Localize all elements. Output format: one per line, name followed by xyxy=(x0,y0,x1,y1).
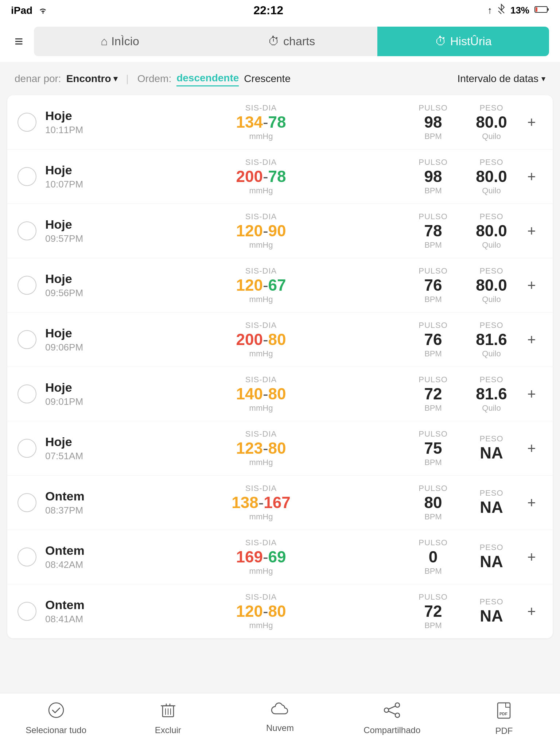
row-day-0: Hoje xyxy=(45,109,118,123)
tab-historia[interactable]: ⏱ HistÛria xyxy=(377,27,549,56)
pulso-label-7: PULSO xyxy=(404,484,462,493)
row-bp-unit-9: mmHg xyxy=(118,621,404,630)
row-bp-0: SIS-DIA 134-78 mmHg xyxy=(118,103,404,141)
row-checkbox-3[interactable] xyxy=(18,276,36,295)
row-day-9: Ontem xyxy=(45,598,118,612)
tab-inicio[interactable]: ⌂ InÌcio xyxy=(34,27,206,56)
peso-value-0: 80.0 xyxy=(462,114,521,130)
row-time-7: 08:37PM xyxy=(45,505,118,516)
row-bp-value-6: 123-80 xyxy=(118,440,404,456)
pulso-label-9: PULSO xyxy=(404,592,462,602)
row-add-button-0[interactable]: + xyxy=(521,114,542,131)
share-icon xyxy=(384,702,400,721)
row-checkbox-9[interactable] xyxy=(18,602,36,621)
date-range-filter[interactable]: Intervalo de datas ▾ xyxy=(457,73,545,85)
row-checkbox-8[interactable] xyxy=(18,547,36,566)
row-pulse-5: PULSO 72 BPM xyxy=(404,375,462,413)
pulso-value-5: 72 xyxy=(404,386,462,402)
bottom-select-all[interactable]: Selecionar tudo xyxy=(0,702,112,736)
row-checkbox-4[interactable] xyxy=(18,330,36,349)
peso-value-7: NA xyxy=(462,499,521,515)
svg-text:PDF: PDF xyxy=(499,712,508,716)
row-add-button-7[interactable]: + xyxy=(521,495,542,511)
row-weight-9: PESO NA xyxy=(462,597,521,626)
row-add-button-3[interactable]: + xyxy=(521,277,542,294)
row-checkbox-7[interactable] xyxy=(18,493,36,512)
table-row: Hoje 09:57PM SIS-DIA 120-90 mmHg PULSO 7… xyxy=(7,204,553,258)
row-add-button-4[interactable]: + xyxy=(521,332,542,348)
row-add-button-6[interactable]: + xyxy=(521,440,542,457)
table-row: Hoje 09:01PM SIS-DIA 140-80 mmHg PULSO 7… xyxy=(7,367,553,421)
row-bp-label-0: SIS-DIA xyxy=(118,103,404,113)
nav-bar: ≡ ⌂ InÌcio ⏱ charts ⏱ HistÛria xyxy=(0,21,560,62)
row-checkbox-5[interactable] xyxy=(18,384,36,403)
row-checkbox-1[interactable] xyxy=(18,167,36,186)
row-bp-value-3: 120-67 xyxy=(118,277,404,293)
pulso-unit-2: BPM xyxy=(404,240,462,250)
sys-value-8: 169 xyxy=(236,548,262,566)
row-bp-4: SIS-DIA 200-80 mmHg xyxy=(118,321,404,359)
historia-label: HistÛria xyxy=(450,35,492,48)
sys-value-9: 120 xyxy=(236,602,262,620)
peso-value-1: 80.0 xyxy=(462,169,521,185)
table-row: Ontem 08:41AM SIS-DIA 120-80 mmHg PULSO … xyxy=(7,584,553,638)
bp-separator-6: - xyxy=(263,439,268,457)
row-weight-2: PESO 80.0 Quilo xyxy=(462,212,521,250)
filter-field[interactable]: Encontro ▾ xyxy=(66,73,117,85)
status-bar: iPad 22:12 ↑ 13% xyxy=(0,0,560,21)
row-bp-value-1: 200-78 xyxy=(118,169,404,185)
row-add-button-1[interactable]: + xyxy=(521,169,542,185)
cloud-icon xyxy=(271,702,289,719)
row-bp-unit-1: mmHg xyxy=(118,186,404,196)
pulso-label-2: PULSO xyxy=(404,212,462,221)
row-pulse-1: PULSO 98 BPM xyxy=(404,158,462,196)
row-add-button-5[interactable]: + xyxy=(521,386,542,402)
cloud-label: Nuvem xyxy=(266,723,294,733)
bottom-delete[interactable]: Excluir xyxy=(112,702,224,736)
bluetooth-icon xyxy=(497,4,505,17)
peso-label-9: PESO xyxy=(462,597,521,607)
dia-value-6: 80 xyxy=(268,439,286,457)
bottom-pdf[interactable]: PDF PDF xyxy=(448,702,560,736)
time-display: 22:12 xyxy=(253,4,283,17)
order-ascending[interactable]: Crescente xyxy=(244,71,291,86)
pulso-label-4: PULSO xyxy=(404,321,462,330)
bp-separator-0: - xyxy=(263,113,268,131)
bottom-cloud[interactable]: Nuvem xyxy=(224,702,336,736)
bottom-share[interactable]: Compartilhado xyxy=(336,702,448,736)
dia-value-3: 67 xyxy=(268,276,286,294)
tab-charts[interactable]: ⏱ charts xyxy=(206,27,377,56)
row-add-button-2[interactable]: + xyxy=(521,223,542,239)
row-bp-unit-6: mmHg xyxy=(118,458,404,467)
row-add-button-8[interactable]: + xyxy=(521,549,542,565)
hamburger-menu[interactable]: ≡ xyxy=(11,30,34,53)
row-time-6: 07:51AM xyxy=(45,450,118,462)
row-time-4: 09:06PM xyxy=(45,342,118,353)
table-row: Ontem 08:42AM SIS-DIA 169-69 mmHg PULSO … xyxy=(7,530,553,584)
row-bp-7: SIS-DIA 138-167 mmHg xyxy=(118,484,404,522)
peso-value-4: 81.6 xyxy=(462,332,521,348)
row-bp-value-7: 138-167 xyxy=(118,495,404,511)
row-checkbox-0[interactable] xyxy=(18,113,36,132)
row-bp-unit-0: mmHg xyxy=(118,132,404,141)
peso-value-3: 80.0 xyxy=(462,277,521,293)
row-add-button-9[interactable]: + xyxy=(521,603,542,620)
status-right: ↑ 13% xyxy=(487,4,549,17)
table-row: Hoje 10:11PM SIS-DIA 134-78 mmHg PULSO 9… xyxy=(7,95,553,150)
peso-label-0: PESO xyxy=(462,103,521,113)
row-day-7: Ontem xyxy=(45,489,118,503)
row-pulse-4: PULSO 76 BPM xyxy=(404,321,462,359)
table-row: Hoje 09:56PM SIS-DIA 120-67 mmHg PULSO 7… xyxy=(7,258,553,313)
select-all-label: Selecionar tudo xyxy=(26,725,86,735)
row-checkbox-6[interactable] xyxy=(18,439,36,458)
row-checkbox-2[interactable] xyxy=(18,221,36,240)
bp-separator-3: - xyxy=(263,276,268,294)
row-bp-value-9: 120-80 xyxy=(118,603,404,619)
order-descending[interactable]: descendente xyxy=(176,71,239,86)
filter-prefix: denar por: xyxy=(15,73,61,85)
status-left: iPad xyxy=(11,5,49,16)
peso-label-3: PESO xyxy=(462,266,521,276)
svg-point-12 xyxy=(395,703,400,707)
pulso-label-8: PULSO xyxy=(404,538,462,547)
pulso-value-0: 98 xyxy=(404,114,462,130)
